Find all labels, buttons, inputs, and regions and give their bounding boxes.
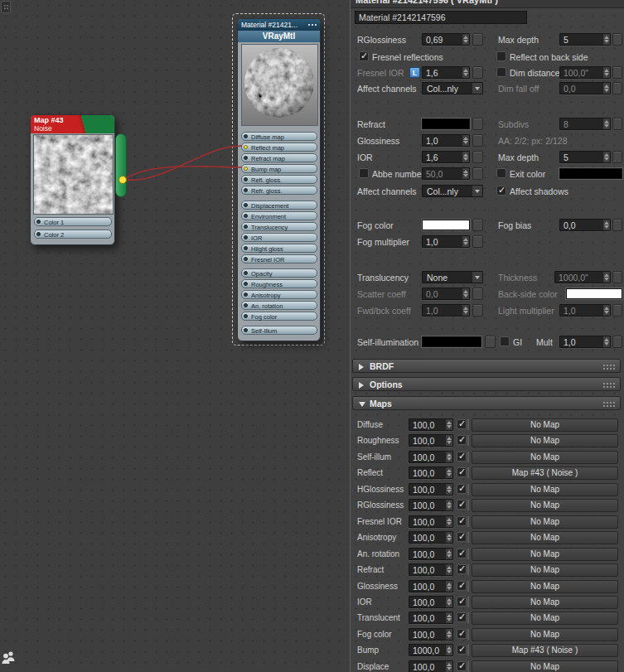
vray-slot-environment[interactable]: Environment: [241, 211, 317, 220]
map-enable-checkbox[interactable]: [457, 564, 467, 574]
thickness-map-shortcut[interactable]: [612, 271, 622, 283]
abbe-map-shortcut[interactable]: [472, 167, 483, 180]
map-amount-spinner[interactable]: 1000,0: [409, 644, 453, 656]
map-enable-checkbox[interactable]: [457, 581, 467, 591]
map-enable-checkbox[interactable]: [457, 419, 467, 429]
spinner-arrows-icon[interactable]: [445, 419, 452, 430]
rglossiness-map-shortcut[interactable]: [472, 33, 483, 46]
reflect-maxdepth-spinner[interactable]: 5: [559, 33, 611, 46]
abbe-number-spinner[interactable]: 50,0: [422, 167, 470, 180]
map-enable-checkbox[interactable]: [457, 467, 467, 477]
map-amount-spinner[interactable]: 100,0: [409, 451, 453, 463]
map-amount-spinner[interactable]: 100,0: [409, 467, 453, 479]
slot-socket-icon[interactable]: [244, 282, 248, 286]
slot-socket-icon[interactable]: [244, 246, 248, 250]
material-name-field[interactable]: Material #2142147596: [355, 11, 527, 24]
backside-color-swatch[interactable]: [566, 288, 622, 299]
output-socket-icon[interactable]: [119, 176, 127, 184]
fwdbck-map-shortcut[interactable]: [472, 304, 483, 317]
refract-maxdepth-spinner[interactable]: 5: [559, 151, 611, 163]
spinner-arrows-icon[interactable]: [445, 500, 452, 510]
vray-slot-fresnel-ior[interactable]: Fresnel IOR: [241, 254, 317, 263]
spinner-arrows-icon[interactable]: [445, 484, 452, 495]
vray-slot-ior[interactable]: IOR: [241, 233, 317, 242]
fog-color-swatch[interactable]: [422, 220, 470, 230]
spinner-arrows-icon[interactable]: [602, 34, 610, 45]
spinner-arrows-icon[interactable]: [602, 220, 610, 230]
slot-socket-icon[interactable]: [244, 188, 248, 192]
rglossiness-spinner[interactable]: 0,69: [422, 33, 470, 46]
rollout-brdf[interactable]: BRDF: [352, 359, 621, 373]
translucency-dropdown[interactable]: None: [422, 271, 483, 283]
vray-slot-translucency[interactable]: Translucency: [241, 222, 317, 231]
slot-socket-icon[interactable]: [244, 156, 248, 160]
abbe-number-checkbox[interactable]: [359, 168, 369, 178]
spinner-arrows-icon[interactable]: [445, 661, 452, 672]
spinner-arrows-icon[interactable]: [445, 435, 452, 446]
spinner-arrows-icon[interactable]: [602, 152, 610, 162]
map-slot-button[interactable]: No Map: [472, 612, 618, 625]
subdivs-spinner[interactable]: 8: [559, 118, 611, 130]
map-enable-checkbox[interactable]: [457, 435, 467, 445]
map-amount-spinner[interactable]: 100,0: [409, 418, 453, 431]
vraymtl-node[interactable]: Material #21421... VRayMtl: [237, 18, 321, 341]
grip-dots-icon[interactable]: [602, 401, 616, 408]
spinner-arrows-icon[interactable]: [602, 272, 610, 283]
map-amount-spinner[interactable]: 100,0: [409, 499, 453, 511]
self-illumination-swatch[interactable]: [422, 336, 481, 347]
vray-slot-reflect-map[interactable]: Reflect map: [241, 143, 317, 152]
spinner-arrows-icon[interactable]: [445, 612, 452, 623]
fog-multiplier-map-shortcut[interactable]: [472, 235, 483, 248]
ior-spinner[interactable]: 1,6: [422, 151, 470, 163]
rollout-maps[interactable]: Maps: [352, 396, 621, 410]
reflect-backside-checkbox[interactable]: [496, 51, 506, 61]
fog-multiplier-spinner[interactable]: 1,0: [422, 235, 470, 248]
spinner-arrows-icon[interactable]: [462, 135, 469, 146]
slot-socket-icon[interactable]: [244, 314, 248, 318]
map-enable-checkbox[interactable]: [457, 452, 467, 462]
fresnel-reflections-checkbox[interactable]: [359, 51, 369, 61]
refract-glossiness-map-shortcut[interactable]: [472, 134, 483, 147]
spinner-arrows-icon[interactable]: [445, 645, 452, 655]
fresnel-ior-map-shortcut[interactable]: [472, 66, 483, 79]
self-illumination-map-shortcut[interactable]: [485, 336, 496, 348]
map-slot-button[interactable]: No Map: [472, 548, 618, 561]
map-enable-checkbox[interactable]: [457, 645, 467, 655]
noise-slot-color-2[interactable]: Color 2: [34, 230, 112, 239]
map-amount-spinner[interactable]: 100,0: [409, 628, 453, 641]
vraymtl-node-titlebar[interactable]: Material #21421...: [238, 19, 320, 31]
refract-color-swatch[interactable]: [422, 118, 470, 129]
spinner-arrows-icon[interactable]: [462, 152, 469, 162]
spinner-arrows-icon[interactable]: [445, 516, 452, 527]
map-enable-checkbox[interactable]: [457, 629, 467, 639]
map-slot-button[interactable]: Map #43 ( Noise ): [472, 467, 618, 480]
spinner-arrows-icon[interactable]: [445, 549, 452, 559]
vray-slot-bump-map[interactable]: Bump map: [241, 164, 317, 173]
spinner-arrows-icon[interactable]: [445, 467, 452, 478]
spinner-arrows-icon[interactable]: [602, 305, 610, 316]
map-slot-button[interactable]: No Map: [472, 451, 618, 464]
map-slot-button[interactable]: No Map: [472, 580, 618, 593]
spinner-arrows-icon[interactable]: [445, 629, 452, 640]
fwdbck-coeff-spinner[interactable]: 1,0: [422, 304, 470, 317]
chevron-down-icon[interactable]: [472, 83, 482, 94]
map-slot-button[interactable]: No Map: [472, 434, 618, 447]
chevron-down-icon[interactable]: [472, 272, 482, 283]
spinner-arrows-icon[interactable]: [462, 34, 469, 45]
noise-map-node[interactable]: Map #43 Noise: [30, 114, 115, 245]
map-enable-checkbox[interactable]: [457, 661, 467, 671]
spinner-arrows-icon[interactable]: [602, 67, 610, 78]
dim-distance-checkbox[interactable]: [496, 67, 506, 77]
map-amount-spinner[interactable]: 100,0: [409, 531, 453, 544]
slot-socket-icon[interactable]: [36, 232, 41, 236]
map-slot-button[interactable]: No Map: [472, 596, 618, 609]
noise-node-header[interactable]: Map #43 Noise: [31, 115, 114, 133]
spinner-arrows-icon[interactable]: [445, 452, 452, 462]
spinner-arrows-icon[interactable]: [462, 168, 469, 179]
slot-socket-icon[interactable]: [244, 235, 248, 239]
vray-slot-roughness[interactable]: Roughness: [241, 279, 317, 288]
subdivs-map-shortcut[interactable]: [612, 118, 622, 130]
slot-socket-icon[interactable]: [244, 167, 248, 171]
ior-map-shortcut[interactable]: [472, 151, 483, 163]
slot-socket-icon[interactable]: [244, 177, 248, 181]
